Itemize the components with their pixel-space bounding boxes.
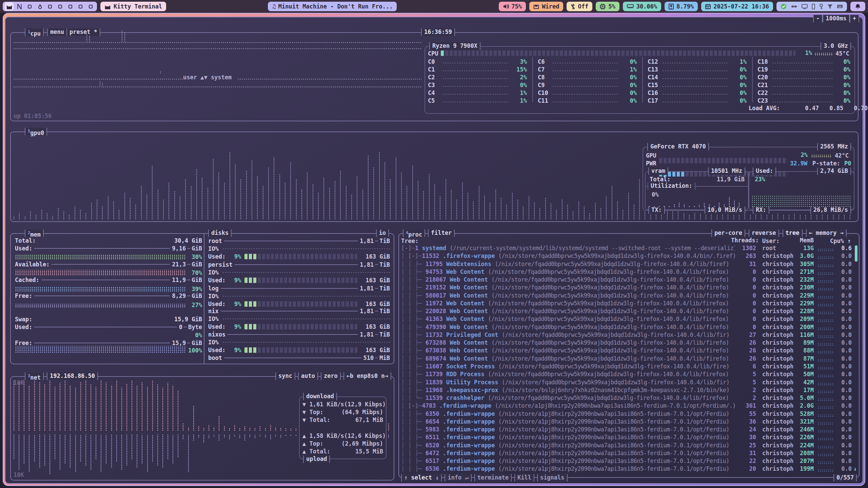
mem-percent: 27% [183, 301, 202, 309]
process-row[interactable]: │ │ ├─ 673038 Web Content (/nix/store/fq… [401, 347, 857, 355]
workspace-7[interactable] [66, 2, 75, 11]
process-row[interactable]: │ │ ├─ 11839 Utility Process (/nix/store… [401, 379, 857, 387]
core-label: C0 [428, 58, 435, 65]
window-title-pill[interactable]: Kitty Terminal [100, 2, 166, 11]
process-row[interactable]: │ │ ├─ 11972 Web Content (/nix/store/fqa… [401, 300, 857, 308]
proc-header-cpu[interactable]: Cpu% ↑ [830, 237, 851, 245]
proc-header-tree: Tree: [401, 237, 418, 245]
process-row[interactable]: │ │ ├─ 220028 Web Content (/nix/store/fq… [401, 308, 857, 316]
core-label: C23 [757, 97, 768, 104]
process-row[interactable]: │ │ ├─ 580017 Web Content (/nix/store/fq… [401, 292, 857, 300]
process-row[interactable]: │ │ ├─ 6350 .ferdium-wrappe (/nix/store/… [401, 410, 857, 418]
workspace-9[interactable] [86, 2, 95, 11]
disks-io-toggle[interactable]: io [376, 229, 389, 237]
process-row[interactable]: │ [-]─11532 .firefox-wrappe (/nix/store/… [401, 252, 857, 260]
process-row[interactable]: │ │ └─ 11539 crashhelper (/nix/store/fqa… [401, 394, 857, 402]
status-bluetooth[interactable]: Off [567, 2, 592, 11]
process-row[interactable]: │ │ ├─ 6472 .ferdium-wrappe (/nix/store/… [401, 450, 857, 458]
proc-sort-memory[interactable]: ← memory → [806, 229, 847, 237]
monitor-icon[interactable] [802, 4, 808, 9]
proc-footer: ↑ select ↓info ↵terminateKillsignals [401, 474, 568, 482]
mustache-icon[interactable] [791, 5, 797, 8]
process-row[interactable]: │ │ ├─ 6654 .ferdium-wrappe (/nix/store/… [401, 418, 857, 426]
proc-scrollbar[interactable] [855, 245, 857, 262]
info-button[interactable]: info ↵ [445, 474, 471, 482]
core-percent: 3% [510, 58, 527, 65]
media-player-pill[interactable]: ♫ Minuit Machine - Don't Run Fro... [268, 2, 397, 11]
net-control-benp8s0n[interactable]: ←b enp8s0 n→ [343, 372, 391, 380]
workspace-3[interactable] [25, 2, 34, 11]
check-circle-icon[interactable] [781, 3, 787, 9]
process-row[interactable]: │ │ ├─ 41363 Web Content (/nix/store/fqa… [401, 316, 857, 323]
process-row[interactable]: │ │ ├─ 5983 .ferdium-wrappe (/nix/store/… [401, 426, 857, 434]
process-row[interactable]: │ │ ├─ 11607 Socket Process (/nix/store/… [401, 363, 857, 371]
key-icon[interactable] [819, 4, 823, 9]
workspace-5[interactable] [45, 2, 54, 11]
cpu-panel-title[interactable]: 1cpu [25, 28, 44, 36]
keyboard-icon[interactable] [837, 4, 843, 8]
vram-used-label: Used: [753, 167, 776, 175]
process-row[interactable]: [-]─1 systemd (/run/current-system/syste… [401, 245, 857, 252]
process-row[interactable]: │ │ ├─ 11795 WebExtensions (/nix/store/f… [401, 261, 857, 268]
preset-button[interactable]: preset * [66, 28, 100, 36]
proc-control-reverse[interactable]: reverse [749, 229, 779, 237]
phone-icon[interactable] [812, 4, 815, 9]
process-row[interactable]: │ │ ├─ 11739 RDD Process (/nix/store/fqa… [401, 371, 857, 379]
interval-minus-button[interactable]: - [813, 15, 823, 22]
proc-panel-title[interactable]: 4proc [403, 229, 425, 237]
status-disk[interactable]: 8.79% [665, 2, 698, 11]
process-list: [-]─1 systemd (/run/current-system/syste… [401, 245, 857, 473]
funnel-icon[interactable] [827, 4, 833, 9]
workspace-2[interactable] [15, 2, 24, 11]
process-row[interactable]: │ │ ├─ 6536 .ferdium-wrappe (/nix/store/… [401, 465, 857, 473]
status-memory[interactable]: 30.06% [623, 2, 661, 11]
notification-bell[interactable] [850, 2, 865, 11]
signals-button[interactable]: signals [537, 474, 568, 482]
process-row[interactable]: │ │ ├─ 218067 Web Content (/nix/store/fq… [401, 276, 857, 284]
net-control-sync[interactable]: sync [275, 372, 295, 380]
gpu-temp: 42°C [835, 151, 849, 159]
kill-button[interactable]: Kill [514, 474, 534, 482]
terminate-button[interactable]: terminate [474, 474, 512, 482]
status-clock[interactable]: 2025-07-22 16:36 [701, 2, 773, 11]
process-row[interactable]: │ │ ├─ 6520 .ferdium-wrappe (/nix/store/… [401, 442, 857, 450]
select-buttons[interactable]: ↑ select ↓ [401, 474, 442, 482]
mem-row-used: Used:9,16GiB [15, 244, 202, 252]
proc-header-threads[interactable]: Threads: [719, 237, 759, 245]
process-row[interactable]: │ │ ├─ 6511 .ferdium-wrappe (/nix/store/… [401, 434, 857, 442]
workspace-4[interactable] [35, 2, 44, 11]
interval-plus-button[interactable]: + [850, 15, 859, 22]
proc-header-user[interactable]: User: [762, 237, 780, 245]
proc-header-mem[interactable]: MemB [792, 237, 814, 245]
gpu-tx-rate: 10,0 MiB/s [705, 206, 745, 214]
process-row[interactable]: │ [-]─4783 .ferdium-wrappe (/nix/store/a… [401, 402, 857, 410]
status-cpu[interactable]: 5% [596, 2, 619, 11]
net-control-auto[interactable]: auto [298, 372, 318, 380]
disks-title[interactable]: disks [208, 229, 232, 237]
mem-panel-title[interactable]: 2mem [25, 229, 44, 237]
process-row[interactable]: │ │ ├─ 219152 Web Content (/nix/store/fq… [401, 284, 857, 292]
net-panel-title[interactable]: 3net [25, 372, 44, 380]
process-row[interactable]: │ │ ├─ 673288 Web Content (/nix/store/fq… [401, 339, 857, 347]
process-row[interactable]: │ │ ├─ 11732 Privileged Cont (/nix/store… [401, 331, 857, 339]
download-top-row: ▼ Top:(64,9 Mibps) [302, 408, 383, 416]
process-row[interactable]: │ │ ├─ 6517 .ferdium-wrappe (/nix/store/… [401, 458, 857, 465]
core-label: C19 [757, 65, 768, 73]
gpu-panel-title[interactable]: 5gpu0 [25, 128, 47, 135]
workspace-6[interactable] [56, 2, 64, 11]
gpu-rx-label: RX: [753, 206, 769, 214]
status-network[interactable]: Wired [529, 2, 563, 11]
filter-button[interactable]: filter [428, 229, 455, 237]
process-row[interactable]: │ │ ├─ 689674 Web Content (/nix/store/fq… [401, 355, 857, 363]
workspace-1[interactable] [5, 2, 14, 11]
proc-control-per-core[interactable]: per-core [711, 229, 745, 237]
process-row[interactable]: │ │ ├─ 479390 Web Content (/nix/store/fq… [401, 324, 857, 331]
workspace-8[interactable] [76, 2, 85, 11]
status-volume[interactable]: 75% [499, 2, 526, 11]
process-row[interactable]: │ │ ├─ 11968 .keepassxc-prox (/nix/store… [401, 387, 857, 394]
net-control-zero[interactable]: zero [321, 372, 341, 380]
process-row[interactable]: │ │ ├─ 94753 Web Content (/nix/store/fqa… [401, 268, 857, 276]
proc-control-tree[interactable]: tree [783, 229, 803, 237]
cpu-graph-mode-label[interactable]: user ▲▼ system [183, 73, 232, 81]
menu-button[interactable]: menu [47, 28, 67, 36]
